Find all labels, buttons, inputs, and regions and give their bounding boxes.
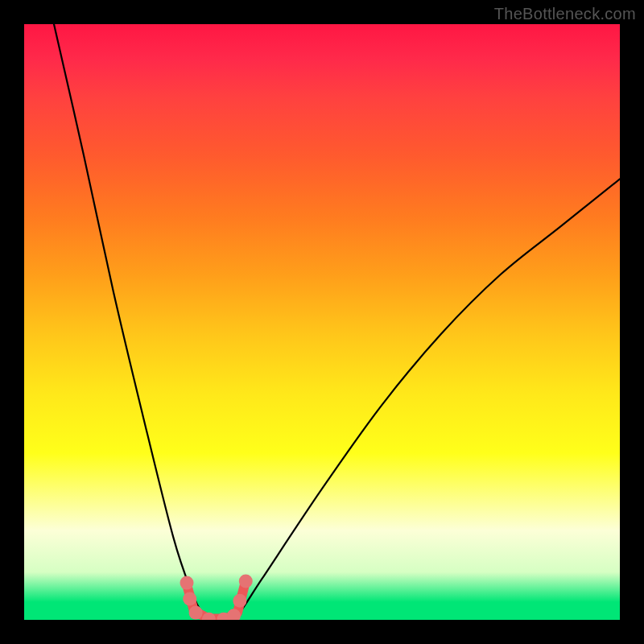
highlight-dot [233,594,246,608]
chart-frame: TheBottleneck.com [0,0,644,644]
highlight-dot [189,606,203,620]
highlight-dot [180,576,194,590]
plot-area [24,24,620,620]
highlight-markers [24,24,620,620]
highlight-dot [183,592,196,606]
watermark-text: TheBottleneck.com [494,5,636,23]
highlight-dot [239,574,253,588]
